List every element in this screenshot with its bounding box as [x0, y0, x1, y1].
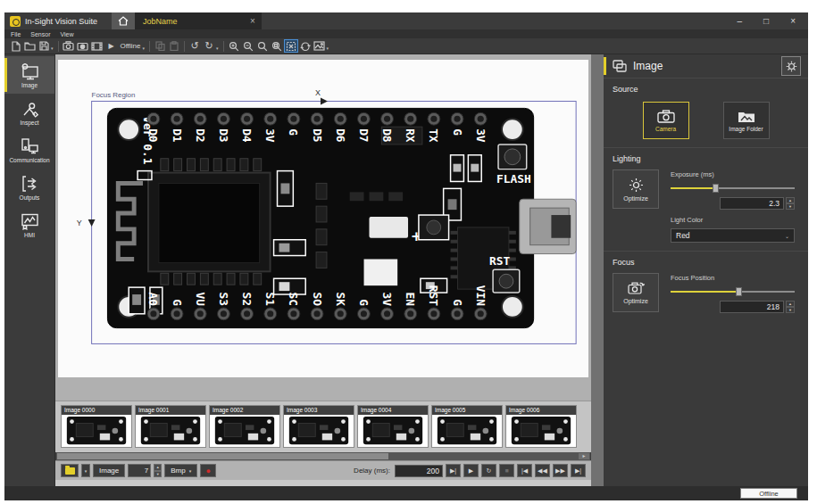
- window-close-button[interactable]: ×: [790, 16, 796, 26]
- pin-label: 3V: [263, 128, 277, 143]
- pin-label: RX: [404, 128, 417, 143]
- sidebar-item-label: Image: [21, 82, 38, 88]
- image-prefix-field[interactable]: Image: [93, 464, 125, 477]
- settings-gear-button[interactable]: [781, 56, 801, 76]
- lighting-optimize-button[interactable]: Optimize: [613, 169, 659, 209]
- scrollbar-thumb[interactable]: [57, 453, 388, 459]
- source-camera-button[interactable]: Camera: [643, 102, 689, 139]
- sidebar-item-label: Outputs: [20, 194, 40, 201]
- sidebar-item-image[interactable]: Image: [4, 56, 54, 94]
- tab-home[interactable]: [112, 12, 135, 29]
- menu-file[interactable]: File: [11, 31, 21, 37]
- copy-icon[interactable]: [153, 39, 167, 53]
- light-color-label: Light Color: [671, 216, 799, 224]
- run-mode-caret-icon[interactable]: ▾: [143, 45, 146, 51]
- exposure-spinner[interactable]: ▲▼: [786, 197, 795, 210]
- hmi-icon: [19, 212, 40, 230]
- pin-label: SO: [311, 292, 324, 306]
- focus-position-value-field[interactable]: 218: [720, 301, 784, 313]
- paste-icon[interactable]: [167, 39, 181, 53]
- pin-label: VU: [194, 292, 207, 306]
- sidebar-item-hmi[interactable]: HMI: [4, 206, 54, 244]
- focus-region-label: Focus Region: [92, 91, 136, 99]
- zoom-in-icon[interactable]: [227, 39, 241, 53]
- zoom-fit-icon[interactable]: [284, 39, 298, 53]
- step-button[interactable]: ▶|: [446, 464, 461, 477]
- exposure-slider[interactable]: [671, 183, 795, 194]
- light-color-select[interactable]: Red ⌄: [671, 228, 795, 243]
- image-number-field[interactable]: 7: [128, 464, 151, 477]
- trigger-acquire-icon[interactable]: [76, 39, 90, 53]
- panel-splitter[interactable]: [591, 54, 604, 486]
- rotate-view-icon[interactable]: [298, 39, 313, 53]
- menu-sensor[interactable]: Sensor: [30, 31, 50, 37]
- zoom-out-icon[interactable]: [241, 39, 255, 53]
- scrollbar-right-arrow-icon[interactable]: ▸: [579, 453, 589, 459]
- prev-button[interactable]: ◀◀: [535, 464, 550, 477]
- run-play-icon[interactable]: ▶: [104, 39, 119, 53]
- pin-label: G: [451, 128, 464, 136]
- loop-button[interactable]: ↻: [481, 464, 496, 477]
- sidebar-item-communication[interactable]: Communication: [4, 131, 54, 169]
- file-group-caret-icon[interactable]: ▾: [51, 45, 54, 51]
- filmstrip-thumbnail[interactable]: Image 0005: [431, 405, 503, 448]
- window-minimize-button[interactable]: –: [738, 16, 743, 26]
- board-image: Focus Region X Y: [58, 60, 588, 377]
- source-section: Source Camera Image Folder: [604, 78, 808, 147]
- filmstrip-thumbnail[interactable]: Image 0004: [357, 405, 429, 448]
- last-button[interactable]: ▶|: [571, 464, 586, 477]
- pin-label: G: [357, 299, 371, 306]
- source-heading: Source: [613, 85, 799, 94]
- menu-view[interactable]: View: [60, 31, 73, 37]
- stop-button[interactable]: ■: [499, 464, 514, 477]
- record-folder-caret-icon[interactable]: ▾: [81, 464, 90, 477]
- focus-position-label: Focus Position: [671, 274, 799, 282]
- format-select[interactable]: Bmp▾: [164, 464, 197, 477]
- snapshot-image-icon[interactable]: [313, 39, 327, 53]
- acquired-image[interactable]: Focus Region X Y: [58, 60, 588, 377]
- pcb-board: + FLASH: [107, 108, 576, 327]
- focus-position-spinner[interactable]: ▲▼: [786, 301, 795, 313]
- filmstrip-scrollbar[interactable]: ▸: [56, 452, 590, 460]
- tab-close-icon[interactable]: ×: [250, 17, 255, 26]
- first-button[interactable]: |◀: [517, 464, 532, 477]
- main-view: Focus Region X Y: [55, 54, 591, 486]
- app-logo-icon: [10, 16, 21, 27]
- filmstrip-thumbnail[interactable]: Image 0001: [135, 405, 206, 448]
- live-video-icon[interactable]: [62, 39, 76, 53]
- focus-slider-thumb[interactable]: [736, 287, 742, 296]
- next-button[interactable]: ▶▶: [553, 464, 568, 477]
- focus-optimize-button[interactable]: Optimize: [613, 273, 659, 312]
- axis-x-label: X: [315, 88, 321, 97]
- filmstrip-thumbnail[interactable]: Image 0000: [61, 405, 132, 448]
- undo-icon[interactable]: ↺: [188, 39, 202, 53]
- play-button[interactable]: ▶: [463, 464, 479, 477]
- thumbnail-label: Image 0006: [506, 406, 576, 415]
- tab-job[interactable]: JobName ×: [135, 12, 262, 29]
- sidebar-item-outputs[interactable]: Outputs: [4, 169, 54, 206]
- record-button[interactable]: ●: [200, 464, 216, 477]
- filmstrip-thumbnail[interactable]: Image 0002: [209, 405, 280, 448]
- filmstrip-thumbnail[interactable]: Image 0006: [505, 405, 577, 448]
- record-images-icon[interactable]: [90, 39, 104, 53]
- open-job-icon[interactable]: [22, 39, 37, 53]
- filmstrip: Image 0000 Image 0001: [55, 401, 591, 452]
- save-job-icon[interactable]: [37, 39, 51, 53]
- delay-field[interactable]: 200: [395, 465, 443, 477]
- zoom-actual-icon[interactable]: [255, 39, 270, 53]
- zoom-region-icon[interactable]: [270, 39, 284, 53]
- source-image-folder-button[interactable]: Image Folder: [723, 102, 770, 139]
- sidebar-item-inspect[interactable]: Inspect: [4, 94, 54, 131]
- record-folder-button[interactable]: [61, 464, 79, 477]
- filmstrip-thumbnail[interactable]: Image 0003: [283, 405, 354, 448]
- undo-group-caret-icon[interactable]: ▾: [216, 45, 219, 51]
- redo-icon[interactable]: ↻: [202, 39, 216, 53]
- exposure-value-field[interactable]: 2.3: [720, 197, 784, 210]
- exposure-slider-thumb[interactable]: [713, 184, 719, 193]
- zoom-group-caret-icon[interactable]: ▾: [327, 45, 329, 51]
- focus-position-slider[interactable]: [671, 286, 795, 297]
- window-maximize-button[interactable]: □: [763, 16, 769, 26]
- pin-label: D6: [334, 128, 347, 143]
- new-job-icon[interactable]: [8, 39, 22, 53]
- image-number-spinner[interactable]: ▲▼: [154, 464, 162, 477]
